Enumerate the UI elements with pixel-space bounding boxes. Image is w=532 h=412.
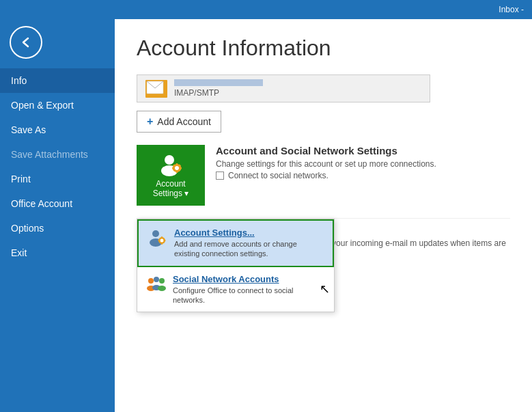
main-layout: Info Open & Export Save As Save Attachme… (0, 19, 532, 412)
connect-social-row: Connect to social networks. (216, 171, 510, 180)
sidebar-item-open-export[interactable]: Open & Export (0, 93, 115, 118)
dropdown-item-social-network[interactable]: Social Network Accounts Configure Office… (137, 267, 334, 312)
sidebar-item-options[interactable]: Options (0, 216, 115, 241)
account-settings-button[interactable]: Account Settings ▾ (137, 145, 205, 206)
top-bar-text: Inbox - (499, 5, 524, 14)
svg-rect-9 (176, 163, 178, 166)
sidebar-item-save-as[interactable]: Save As (0, 118, 115, 142)
account-bar-type: IMAP/SMTP (174, 88, 263, 98)
sidebar: Info Open & Export Save As Save Attachme… (0, 19, 115, 412)
top-bar: Inbox - (0, 0, 532, 19)
add-account-button[interactable]: + Add Account (137, 111, 221, 133)
dropdown-social-network-title: Social Network Accounts (173, 274, 326, 284)
account-settings-dropdown: Account Settings... Add and remove accou… (137, 219, 335, 312)
svg-rect-22 (161, 243, 163, 245)
svg-point-8 (175, 166, 179, 170)
dropdown-social-network-desc: Configure Office to connect to social ne… (173, 286, 326, 305)
account-settings-section: Account Settings ▾ Account and Social Ne… (137, 145, 510, 206)
account-icon (145, 80, 167, 98)
page-title: Account Information (137, 36, 510, 61)
sidebar-item-save-attachments[interactable]: Save Attachments (0, 142, 115, 167)
svg-point-5 (165, 155, 174, 165)
sidebar-item-exit[interactable]: Exit (0, 241, 115, 265)
sidebar-nav: Info Open & Export Save As Save Attachme… (0, 68, 115, 265)
sidebar-item-office-account[interactable]: Office Account (0, 191, 115, 216)
dropdown-account-settings-title: Account Settings... (174, 228, 324, 238)
dropdown-account-settings-text: Account Settings... Add and remove accou… (174, 228, 324, 259)
content-area: Account Information IMAP/SMTP (115, 19, 532, 412)
svg-point-29 (159, 278, 165, 284)
account-section-heading: Account and Social Network Settings (216, 145, 510, 156)
account-bar: IMAP/SMTP (137, 74, 430, 102)
dropdown-item-account-settings[interactable]: Account Settings... Add and remove accou… (137, 219, 334, 267)
svg-point-20 (160, 239, 164, 243)
svg-point-25 (148, 278, 154, 284)
account-section-text: Account and Social Network Settings Chan… (216, 145, 510, 180)
svg-rect-10 (176, 170, 178, 173)
dropdown-social-network-text: Social Network Accounts Configure Office… (173, 274, 326, 305)
content-inner: Account Information IMAP/SMTP (115, 19, 532, 280)
svg-point-17 (152, 230, 159, 237)
account-section-desc: Change settings for this account or set … (216, 159, 510, 169)
plus-icon: + (147, 115, 153, 128)
sidebar-item-info[interactable]: Info (0, 68, 115, 93)
svg-rect-23 (158, 240, 160, 241)
svg-point-30 (158, 286, 166, 291)
dropdown-account-settings-icon (147, 228, 167, 248)
svg-rect-24 (164, 240, 166, 241)
account-bar-name-bar (174, 79, 263, 86)
back-button[interactable] (10, 26, 42, 59)
connect-social-checkbox[interactable] (216, 171, 224, 180)
svg-point-27 (154, 277, 159, 282)
account-settings-icon (156, 153, 185, 179)
svg-rect-21 (161, 236, 163, 238)
dropdown-social-network-icon (145, 274, 166, 294)
account-settings-btn-label: Account Settings ▾ (153, 179, 189, 199)
sidebar-item-print[interactable]: Print (0, 167, 115, 191)
account-bar-text: IMAP/SMTP (174, 79, 263, 98)
dropdown-account-settings-desc: Add and remove accounts or change existi… (174, 239, 324, 259)
